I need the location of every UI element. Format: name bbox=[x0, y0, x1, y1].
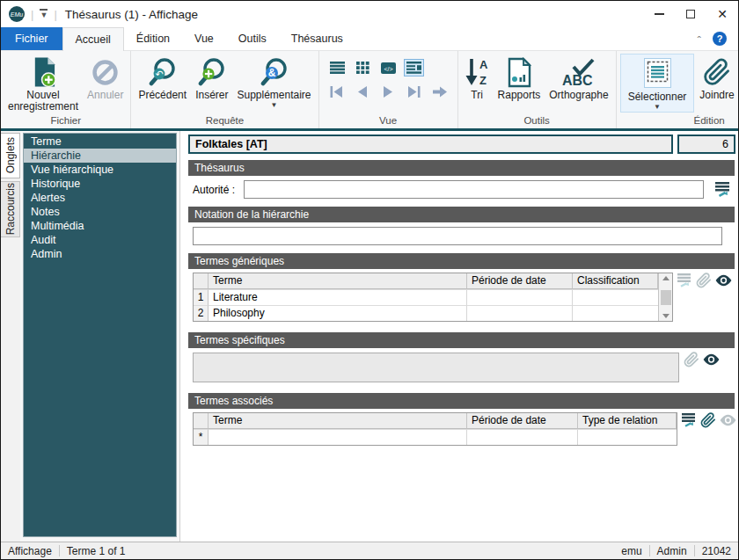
view-details-button[interactable] bbox=[405, 60, 423, 76]
spelling-button[interactable]: ABC Orthographe bbox=[545, 53, 612, 101]
section-header-related-terms: Termes associés bbox=[188, 393, 735, 409]
help-icon[interactable]: ? bbox=[713, 32, 727, 46]
tab-vue[interactable]: Vue bbox=[182, 27, 226, 50]
next-record-button[interactable] bbox=[379, 84, 398, 99]
paperclip-icon[interactable] bbox=[700, 411, 716, 433]
lookup-list-icon[interactable] bbox=[682, 413, 697, 431]
cancel-button[interactable]: Annuler bbox=[83, 53, 128, 101]
cancel-icon bbox=[91, 55, 120, 90]
authority-input[interactable] bbox=[244, 180, 704, 199]
table-row-new[interactable]: * bbox=[194, 429, 677, 445]
scroll-thumb[interactable] bbox=[661, 290, 671, 305]
section-header-notation: Notation de la hiérarchie bbox=[188, 207, 735, 222]
cell-terme[interactable] bbox=[209, 429, 467, 445]
close-button[interactable]: ✕ bbox=[706, 1, 738, 27]
view-attached-eye-icon[interactable] bbox=[715, 274, 732, 290]
tab-accueil[interactable]: Accueil bbox=[62, 27, 124, 51]
related-terms-row: Terme Période de date Type de relation * bbox=[193, 412, 735, 446]
reports-button[interactable]: Rapports bbox=[494, 53, 545, 101]
minimize-icon bbox=[655, 13, 664, 14]
view-attached-eye-icon bbox=[720, 414, 736, 430]
broader-terms-table[interactable]: Terme Période de date Classification 1 L… bbox=[193, 273, 673, 322]
first-record-button[interactable] bbox=[328, 84, 347, 99]
column-terme[interactable]: Terme bbox=[209, 413, 467, 429]
narrower-terms-box[interactable] bbox=[193, 353, 679, 382]
attach-button[interactable]: Joindre bbox=[695, 53, 738, 114]
cell-classification[interactable] bbox=[573, 305, 658, 321]
column-terme[interactable]: Terme bbox=[209, 273, 467, 289]
goto-record-button[interactable] bbox=[430, 84, 449, 99]
cell-classification[interactable] bbox=[573, 289, 658, 305]
row-number-header bbox=[194, 413, 209, 429]
maximize-button[interactable] bbox=[675, 1, 706, 27]
view-list-button[interactable] bbox=[328, 60, 347, 76]
status-number: 21042 bbox=[702, 545, 731, 557]
additional-search-button[interactable]: & Supplémentaire ▼ bbox=[232, 53, 315, 109]
search-back-icon: ↶ bbox=[147, 55, 179, 90]
content-area: Onglets Raccourcis Terme Hiérarchie Vue … bbox=[1, 131, 738, 542]
sidebar-item-vue-hierarchique[interactable]: Vue hiérarchique bbox=[24, 163, 176, 177]
ribbon-group-vue: </> Vue bbox=[318, 51, 457, 128]
section-header-broader-terms: Termes génériques bbox=[188, 253, 735, 269]
cell-terme[interactable]: Philosophy bbox=[209, 305, 467, 321]
table-row[interactable]: 1 Literature bbox=[194, 289, 658, 305]
selection-box-icon bbox=[644, 58, 671, 88]
attach-label: Joindre bbox=[699, 90, 734, 101]
notation-input[interactable] bbox=[193, 227, 722, 245]
side-tab-raccourcis[interactable]: Raccourcis bbox=[1, 181, 20, 237]
paperclip-icon bbox=[684, 351, 699, 372]
tab-thesaurus[interactable]: Thésaurus bbox=[279, 27, 355, 50]
scroll-up-icon[interactable] bbox=[662, 276, 669, 280]
sidebar-item-hierarchie[interactable]: Hiérarchie bbox=[24, 149, 176, 163]
sidebar-item-alertes[interactable]: Alertes bbox=[24, 191, 176, 205]
sidebar-item-multimedia[interactable]: Multimédia bbox=[24, 219, 176, 233]
last-record-button[interactable] bbox=[405, 84, 423, 99]
sidebar-item-audit[interactable]: Audit bbox=[24, 233, 176, 247]
quick-access-caret-icon[interactable]: ▼ bbox=[40, 9, 48, 19]
sidebar-item-notes[interactable]: Notes bbox=[24, 205, 176, 219]
emu-app-icon[interactable]: EMu bbox=[9, 6, 25, 22]
record-header: Folktales [AT] 6 bbox=[188, 135, 735, 154]
ribbon-group-outils: AZ Tri Rapports ABC Orthographe bbox=[457, 51, 616, 128]
sidebar-item-terme[interactable]: Terme bbox=[24, 135, 176, 149]
minimize-button[interactable] bbox=[643, 1, 675, 27]
select-button[interactable]: Sélectionner ▼ bbox=[620, 54, 695, 113]
column-periode[interactable]: Période de date bbox=[467, 413, 578, 429]
table-scrollbar[interactable] bbox=[658, 273, 672, 321]
previous-search-button[interactable]: ↶ Précédent bbox=[134, 53, 191, 101]
group-label-fichier: Fichier bbox=[4, 114, 128, 128]
cell-periode[interactable] bbox=[467, 289, 573, 305]
scroll-down-icon[interactable] bbox=[662, 314, 669, 318]
column-periode[interactable]: Période de date bbox=[467, 273, 573, 289]
view-attached-eye-icon[interactable] bbox=[703, 353, 720, 369]
view-code-button[interactable]: </> bbox=[379, 60, 398, 76]
column-type-relation[interactable]: Type de relation bbox=[578, 413, 677, 429]
cell-periode[interactable] bbox=[467, 305, 573, 321]
tab-fichier[interactable]: Fichier bbox=[1, 27, 62, 50]
sort-button[interactable]: AZ Tri bbox=[461, 53, 494, 101]
cell-type-relation[interactable] bbox=[578, 429, 677, 445]
new-record-button[interactable]: Nouvel enregistrement bbox=[4, 53, 83, 113]
lookup-list-icon[interactable] bbox=[713, 182, 734, 197]
collapse-ribbon-icon[interactable]: ⌃ bbox=[696, 35, 703, 43]
sidebar-item-historique[interactable]: Historique bbox=[24, 177, 176, 191]
svg-text:&: & bbox=[267, 67, 275, 79]
sidebar-item-admin[interactable]: Admin bbox=[24, 247, 176, 261]
previous-record-button[interactable] bbox=[354, 84, 372, 99]
side-tab-onglets[interactable]: Onglets bbox=[1, 133, 20, 178]
view-grid-button[interactable] bbox=[354, 60, 372, 76]
ribbon-group-requete: ↶ Précédent Insérer & Supplémentaire ▼ bbox=[130, 51, 318, 128]
cell-periode[interactable] bbox=[467, 429, 578, 445]
column-classification[interactable]: Classification bbox=[573, 273, 658, 289]
row-number-header bbox=[194, 273, 209, 289]
paperclip-icon[interactable] bbox=[696, 272, 712, 293]
ribbon-tab-row: Fichier Accueil Édition Vue Outils Thésa… bbox=[1, 27, 738, 51]
insert-button[interactable]: Insérer bbox=[191, 53, 232, 101]
table-row[interactable]: 2 Philosophy bbox=[194, 305, 658, 321]
tab-outils[interactable]: Outils bbox=[226, 27, 279, 50]
cell-terme[interactable]: Literature bbox=[209, 289, 467, 305]
related-terms-table[interactable]: Terme Période de date Type de relation * bbox=[193, 412, 677, 446]
new-record-label: Nouvel enregistrement bbox=[8, 90, 78, 113]
tab-edition[interactable]: Édition bbox=[124, 27, 182, 50]
titlebar-divider: | bbox=[31, 8, 33, 21]
